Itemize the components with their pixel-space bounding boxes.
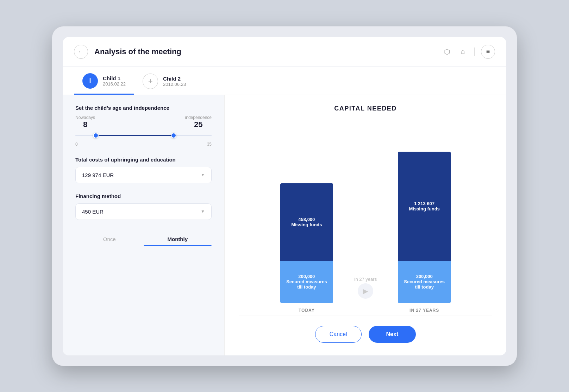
page-title: Analysis of the meeting [94,47,436,56]
slider-min-max: 0 35 [75,142,212,147]
menu-button[interactable]: ≡ [481,45,495,59]
app-container: ← Analysis of the meeting ⬡ ⌂ ≡ i Child … [63,37,506,355]
costs-dropdown-arrow: ▼ [201,172,205,177]
financing-value: 450 EUR [82,209,104,215]
financing-dropdown-arrow: ▼ [201,209,205,214]
bar-future-top: 1 213 607 Missing funds [398,152,451,261]
header-icons: ⬡ ⌂ ≡ [442,45,495,59]
chart-title: CAPITAL NEEDED [239,105,492,112]
bar-stack-today: 458,000 Missing funds 200,000 Secured me… [280,183,333,303]
child1-avatar: i [82,73,98,89]
slider-thumb-right[interactable] [171,133,176,138]
home-icon[interactable]: ⌂ [458,47,468,57]
independence-text: independence [185,115,212,120]
costs-dropdown[interactable]: 129 974 EUR ▼ [75,167,212,183]
cancel-button[interactable]: Cancel [315,326,362,343]
bar-group-today: 458,000 Missing funds 200,000 Secured me… [280,183,333,313]
slider-labels: Nowadays 8 independence 25 [75,115,212,129]
child1-date: 2016.02.22 [103,81,126,87]
tab-add-child2[interactable]: + Child 2 2012.06.23 [134,67,194,94]
child2-name: Child 2 [163,76,186,82]
bar-today-top-label: Missing funds [291,222,322,227]
bar-future-axis: IN 27 YEARS [409,308,439,313]
nowadays-text: Nowadays [75,115,95,120]
slider-section: Set the child's age and independence Now… [75,105,212,147]
slider-section-title: Set the child's age and independence [75,105,212,111]
slider-min: 0 [75,142,78,147]
header: ← Analysis of the meeting ⬡ ⌂ ≡ [63,37,506,67]
device-frame: ← Analysis of the meeting ⬡ ⌂ ≡ i Child … [52,26,517,366]
financing-title: Financing method [75,193,212,199]
back-button[interactable]: ← [74,45,88,59]
slider-track-fill [96,135,174,136]
bar-today-top: 458,000 Missing funds [280,183,333,261]
bar-future-top-label: Missing funds [409,206,439,211]
arrow-label: In 27 years [354,277,377,282]
right-panel: CAPITAL NEEDED 458,000 Missing funds 200… [225,95,506,355]
bar-group-future: 1 213 607 Missing funds 200,000 Secured … [398,152,451,313]
child1-info: Child 1 2016.02.22 [103,75,126,87]
financing-dropdown[interactable]: 450 EUR ▼ [75,203,212,220]
child2-date: 2012.06.23 [163,82,186,87]
child1-name: Child 1 [103,75,126,81]
menu-icon: ≡ [486,48,490,55]
bar-today-top-value: 458,000 [298,217,315,222]
independence-label: independence 25 [185,115,212,129]
back-icon: ← [78,49,84,55]
left-panel: Set the child's age and independence Now… [63,95,225,355]
costs-section: Total costs of upbringing and education … [75,157,212,183]
bar-today-bottom-label: Secured measures till today [283,279,330,290]
button-row: Cancel Next [239,316,492,346]
costs-title: Total costs of upbringing and education [75,157,212,163]
slider-track[interactable] [75,132,212,139]
independence-value: 25 [185,120,212,129]
nowadays-label: Nowadays 8 [75,115,95,129]
arrow-icon: ▶ [358,283,373,299]
upload-icon[interactable]: ⬡ [442,47,452,57]
bar-future-bottom-value: 200,000 [416,274,433,279]
costs-value: 129 974 EUR [82,172,114,178]
slider-max: 35 [207,142,212,147]
bar-stack-future: 1 213 607 Missing funds 200,000 Secured … [398,152,451,303]
tab-child1[interactable]: i Child 1 2016.02.22 [74,67,134,95]
main-content: Set the child's age and independence Now… [63,95,506,355]
bar-today-axis: TODAY [299,308,315,313]
bar-future-bottom-label: Secured measures till today [401,279,448,290]
toggle-monthly[interactable]: Monthly [144,232,212,246]
nowadays-value: 8 [75,120,95,129]
financing-section: Financing method 450 EUR ▼ [75,193,212,220]
bar-today-bottom-value: 200,000 [298,274,315,279]
header-divider [474,48,475,56]
bar-future-top-value: 1 213 607 [414,201,434,206]
bar-today-bottom: 200,000 Secured measures till today [280,261,333,303]
add-icon: + [143,74,158,89]
chart-area: 458,000 Missing funds 200,000 Secured me… [239,121,492,316]
chart-arrow: In 27 years ▶ [354,277,377,299]
slider-thumb-left[interactable] [93,133,99,138]
bar-future-bottom: 200,000 Secured measures till today [398,261,451,303]
child2-info: Child 2 2012.06.23 [163,76,186,87]
next-button[interactable]: Next [369,326,416,343]
toggle-once[interactable]: Once [75,232,144,246]
payment-toggle: Once Monthly [75,232,212,246]
tabs-bar: i Child 1 2016.02.22 + Child 2 2012.06.2… [63,67,506,95]
